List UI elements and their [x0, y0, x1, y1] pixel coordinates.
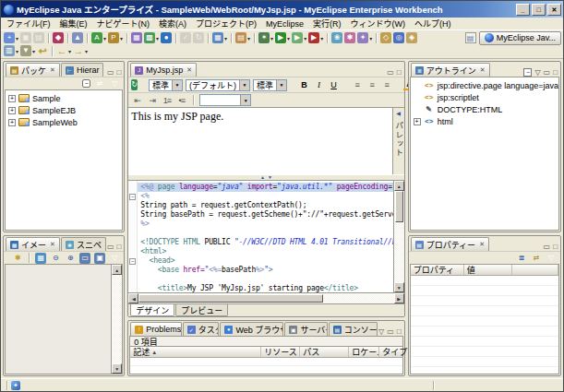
- minimize-view-icon[interactable]: ▭: [544, 69, 551, 77]
- new-java-class-icon[interactable]: A: [91, 32, 102, 43]
- view-menu-icon[interactable]: ▽: [109, 78, 120, 89]
- outline-item[interactable]: <>jsp:directive.page language=java: [411, 79, 558, 91]
- outdent-icon[interactable]: ⇤: [131, 94, 143, 106]
- tree-item-sample[interactable]: +Sample: [6, 92, 122, 104]
- column-header-記述[interactable]: 記述▲: [130, 347, 261, 357]
- view-menu-icon[interactable]: ▽: [546, 253, 557, 264]
- italic-button[interactable]: I: [313, 79, 325, 91]
- dropdown-arrow-icon[interactable]: ▾: [16, 48, 18, 54]
- open-perspective-icon[interactable]: ▤: [465, 32, 476, 43]
- close-icon[interactable]: ✕: [479, 241, 485, 248]
- expand-icon[interactable]: +: [8, 95, 16, 102]
- dropdown-arrow-icon[interactable]: ▾: [270, 35, 273, 42]
- code-line[interactable]: <html>: [138, 247, 392, 256]
- menu-item-8[interactable]: ヘルプ(H): [414, 18, 451, 30]
- table-row[interactable]: [411, 337, 558, 347]
- dropdown-arrow-icon[interactable]: ▾: [156, 35, 159, 42]
- external-tools-icon[interactable]: ▶: [308, 32, 319, 43]
- view-menu-icon[interactable]: ▽: [378, 328, 384, 336]
- new-snippet-icon[interactable]: ❀: [331, 32, 342, 43]
- maximize-button[interactable]: □: [532, 4, 546, 16]
- tab-console[interactable]: ▤コンソール: [329, 322, 378, 336]
- maximize-view-icon[interactable]: □: [397, 328, 402, 336]
- run-icon[interactable]: ▶: [275, 32, 286, 43]
- dropdown-arrow-icon[interactable]: ▾: [16, 35, 18, 42]
- dropdown-arrow-icon[interactable]: ▾: [247, 35, 250, 42]
- menu-item-0[interactable]: ファイル(F): [6, 18, 51, 30]
- open-type-icon[interactable]: ◇: [380, 32, 391, 43]
- minimize-view-icon[interactable]: ▭: [107, 244, 114, 251]
- minimize-view-icon[interactable]: ▭: [387, 328, 394, 336]
- code-line[interactable]: String basePath = request.getScheme()+":…: [138, 210, 392, 220]
- filter-advanced-icon[interactable]: ⇄: [531, 253, 542, 264]
- collapse-all-icon[interactable]: −: [82, 79, 90, 88]
- run-history-icon[interactable]: ▶: [292, 32, 303, 43]
- tab-design-mode[interactable]: デザイン: [130, 304, 174, 316]
- tree-item-sampleweb[interactable]: +SampleWeb: [6, 116, 122, 128]
- table-row[interactable]: [411, 296, 558, 306]
- outline-item[interactable]: <>jsp:scriptlet: [411, 91, 558, 103]
- table-row[interactable]: [411, 327, 558, 337]
- fit-window-icon[interactable]: ▭: [79, 253, 90, 264]
- dropdown-arrow-icon[interactable]: ▾: [85, 48, 88, 54]
- dropdown-arrow-icon[interactable]: ▾: [320, 35, 323, 42]
- next-annotation-icon[interactable]: ▼: [20, 45, 31, 56]
- tree-item-sampleejb[interactable]: +SampleEJB: [6, 104, 122, 116]
- code-line[interactable]: <%@ page language="java" import="java.ut…: [138, 183, 392, 192]
- code-line[interactable]: <title>My JSP 'MyJsp.jsp' starting page<…: [138, 284, 392, 292]
- new-web-project-icon[interactable]: ▦: [131, 32, 142, 43]
- font-size-combo[interactable]: 標準▼: [253, 79, 287, 91]
- column-header-プロパティ[interactable]: プロパティ: [411, 265, 464, 275]
- outline-item[interactable]: +<>html: [411, 115, 558, 127]
- scrollbar-thumb[interactable]: [395, 191, 403, 222]
- back-icon[interactable]: ←: [56, 45, 67, 56]
- minimize-editor-icon[interactable]: ▭: [387, 69, 394, 77]
- new-java-package-icon[interactable]: P: [108, 32, 119, 43]
- table-row[interactable]: [411, 316, 558, 327]
- last-edit-location-icon[interactable]: ↩: [37, 45, 48, 56]
- unordered-list-icon[interactable]: •≡: [175, 94, 187, 106]
- source-vertical-scrollbar[interactable]: ▲ ▼: [393, 181, 404, 292]
- minimize-button[interactable]: _: [516, 4, 530, 16]
- combo-arrow-icon[interactable]: ▼: [240, 95, 250, 105]
- close-icon[interactable]: ✕: [50, 66, 55, 74]
- tag-style-combo[interactable]: ▼: [199, 94, 251, 106]
- dropdown-arrow-icon[interactable]: ▾: [103, 35, 106, 42]
- tab-servers[interactable]: ▣サーバー: [284, 322, 327, 336]
- code-line[interactable]: <base href="<%=basePath%>">: [138, 266, 392, 275]
- export-icon[interactable]: ◈: [406, 32, 417, 43]
- show-categories-icon[interactable]: ≣: [516, 253, 527, 264]
- tab-problems[interactable]: !Problems✕: [130, 322, 181, 336]
- column-header-値[interactable]: 値: [464, 265, 512, 275]
- refresh-design-icon[interactable]: ↻: [131, 79, 138, 90]
- fold-collapse-icon[interactable]: −: [129, 258, 136, 265]
- minimize-view-icon[interactable]: ▭: [544, 244, 551, 251]
- image-icon[interactable]: ▦: [35, 253, 46, 264]
- palette-collapsed[interactable]: ◀ パレット: [392, 108, 404, 174]
- menu-item-5[interactable]: MyEclipse: [266, 19, 304, 29]
- paragraph-style-combo[interactable]: 標準▼: [149, 79, 183, 91]
- fold-collapse-icon[interactable]: −: [129, 194, 136, 200]
- zoom-in-icon[interactable]: ⊕: [65, 253, 76, 264]
- source-horizontal-scrollbar[interactable]: ◀ ▶: [128, 292, 403, 303]
- forward-icon[interactable]: →: [73, 45, 84, 56]
- scroll-down-icon[interactable]: ▼: [112, 363, 122, 374]
- column-header-リソース[interactable]: リソース: [261, 347, 300, 357]
- code-line[interactable]: %>: [138, 220, 392, 229]
- scroll-down-icon[interactable]: ▼: [394, 282, 404, 292]
- perspective-button[interactable]: MyEclipse Jav...: [479, 31, 561, 45]
- statusbar-wizard-icon[interactable]: ✦: [11, 381, 20, 390]
- dropdown-arrow-icon[interactable]: ▾: [120, 35, 123, 42]
- tab-preview-mode[interactable]: プレビュー: [175, 304, 228, 316]
- scroll-left-icon[interactable]: ◀: [128, 293, 138, 303]
- scroll-up-icon[interactable]: ▲: [394, 181, 404, 191]
- expand-icon[interactable]: +: [414, 118, 421, 125]
- menu-item-4[interactable]: プロジェクト(P): [196, 18, 257, 30]
- link-with-editor-icon[interactable]: ⇄: [94, 78, 105, 89]
- code-line[interactable]: <!DOCTYPE HTML PUBLIC "-//W3C//DTD HTML …: [138, 238, 392, 247]
- debug-icon[interactable]: ✶: [258, 32, 270, 43]
- problems-table-body[interactable]: [129, 358, 402, 374]
- combo-arrow-icon[interactable]: ▼: [276, 80, 286, 90]
- bold-button[interactable]: B: [298, 79, 310, 91]
- align-right-icon[interactable]: ≡: [380, 79, 392, 91]
